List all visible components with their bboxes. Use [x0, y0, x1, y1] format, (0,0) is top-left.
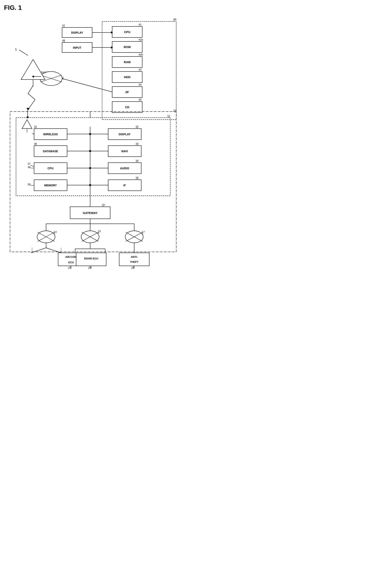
svg-text:NAVI: NAVI [121, 150, 128, 153]
svg-line-115 [103, 206, 104, 207]
svg-marker-36 [111, 31, 113, 34]
svg-rect-67 [108, 129, 141, 140]
svg-rect-75 [108, 146, 141, 157]
svg-point-99 [89, 133, 91, 135]
svg-line-148 [70, 266, 70, 268]
svg-rect-27 [112, 86, 142, 98]
svg-text:CPU: CPU [47, 167, 53, 170]
svg-text:35: 35 [136, 176, 138, 179]
svg-marker-59 [22, 120, 32, 129]
svg-line-82 [31, 165, 34, 167]
svg-rect-19 [112, 57, 142, 67]
svg-text:39: 39 [28, 183, 30, 186]
svg-marker-48 [21, 60, 45, 80]
svg-line-132 [126, 232, 143, 241]
svg-text:DISPLAY: DISPLAY [119, 133, 131, 136]
svg-rect-7 [62, 42, 92, 52]
svg-marker-61 [26, 117, 29, 119]
svg-text:17: 17 [142, 231, 145, 233]
svg-rect-3 [62, 27, 92, 38]
svg-rect-56 [16, 118, 170, 196]
svg-line-47 [62, 79, 112, 92]
svg-text:19: 19 [102, 203, 105, 206]
svg-text:THEFT: THEFT [130, 260, 138, 263]
svg-text:(WAN): (WAN) [41, 71, 49, 74]
svg-line-130 [98, 232, 99, 234]
svg-text:ECU: ECU [68, 261, 74, 264]
svg-line-125 [54, 233, 55, 235]
svg-text:40: 40 [173, 18, 176, 21]
svg-text:44: 44 [139, 83, 141, 86]
svg-line-159 [133, 266, 134, 268]
svg-text:DATABASE: DATABASE [43, 150, 58, 153]
svg-line-46 [63, 79, 63, 80]
svg-rect-150 [76, 253, 106, 266]
svg-line-55 [175, 112, 175, 113]
svg-point-126 [81, 231, 99, 243]
svg-text:33: 33 [136, 142, 138, 145]
svg-rect-11 [112, 26, 142, 38]
svg-rect-71 [34, 146, 67, 157]
svg-line-40 [19, 50, 28, 56]
svg-text:11: 11 [167, 114, 170, 118]
svg-text:41: 41 [139, 23, 141, 26]
svg-rect-79 [34, 163, 67, 174]
svg-rect-15 [112, 42, 142, 52]
svg-text:43: 43 [139, 68, 141, 71]
svg-line-123 [38, 232, 55, 241]
svg-text:37: 37 [28, 162, 30, 165]
svg-point-108 [89, 184, 91, 186]
svg-text:45: 45 [139, 98, 141, 101]
svg-text:47: 47 [62, 24, 65, 27]
svg-point-102 [89, 150, 91, 152]
svg-text:31: 31 [34, 125, 37, 128]
svg-rect-93 [108, 180, 141, 191]
svg-text:21: 21 [68, 267, 71, 270]
svg-text:DISPLAY: DISPLAY [71, 31, 83, 34]
svg-point-121 [37, 231, 55, 243]
svg-text:CPU: CPU [124, 30, 130, 34]
svg-line-133 [126, 232, 143, 241]
svg-line-138 [31, 248, 46, 253]
svg-text:CD: CD [125, 105, 129, 109]
svg-line-43 [41, 75, 62, 82]
svg-text:32: 32 [136, 125, 138, 128]
svg-rect-53 [10, 112, 176, 252]
svg-line-44 [41, 75, 62, 82]
svg-text:ANTI-: ANTI- [131, 255, 138, 258]
svg-rect-31 [112, 102, 142, 113]
svg-text:25: 25 [131, 267, 134, 270]
svg-line-128 [82, 232, 99, 241]
svg-rect-112 [70, 207, 110, 219]
svg-rect-85 [108, 163, 141, 174]
svg-text:23: 23 [88, 267, 91, 270]
svg-line-122 [38, 232, 55, 241]
svg-point-131 [125, 231, 143, 243]
svg-text:DOOR ECU: DOOR ECU [84, 257, 98, 260]
svg-text:WIRELESS: WIRELESS [43, 133, 58, 136]
svg-point-42 [40, 71, 62, 85]
svg-line-127 [82, 232, 99, 241]
svg-text:3: 3 [62, 76, 64, 79]
svg-line-137 [46, 248, 61, 253]
svg-text:34: 34 [136, 159, 138, 162]
svg-text:AUDIO: AUDIO [120, 167, 129, 170]
svg-text:GATEWAY: GATEWAY [83, 211, 97, 214]
svg-text:49: 49 [62, 39, 65, 42]
svg-text:42a: 42a [139, 38, 143, 41]
svg-point-105 [89, 167, 91, 169]
svg-text:ROM: ROM [124, 45, 131, 49]
svg-rect-155 [119, 253, 149, 266]
svg-line-135 [142, 233, 143, 235]
svg-marker-50 [26, 108, 30, 110]
svg-text:42b: 42b [139, 53, 143, 56]
svg-text:MEMORY: MEMORY [44, 184, 57, 187]
svg-text:INPUT: INPUT [73, 46, 81, 49]
svg-text:36: 36 [34, 142, 37, 145]
fig-title: FIG. 1 [4, 4, 188, 11]
svg-rect-23 [112, 71, 142, 83]
svg-rect-0 [102, 21, 176, 120]
svg-marker-38 [111, 46, 113, 49]
svg-marker-52 [32, 75, 34, 78]
svg-text:38: 38 [28, 166, 30, 169]
